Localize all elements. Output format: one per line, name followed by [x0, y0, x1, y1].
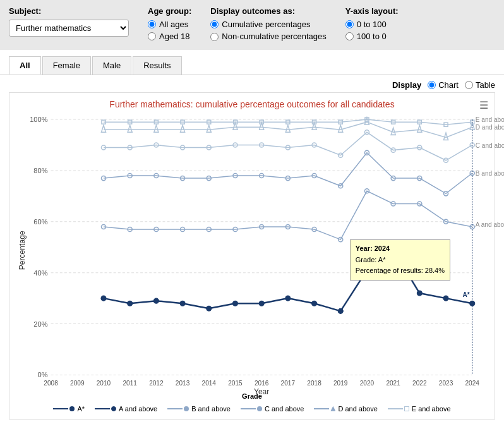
y-0-100-radio[interactable] — [345, 20, 354, 28]
chart-container: Further mathematics: cumulative percenta… — [9, 92, 495, 420]
svg-text:2024: 2024 — [465, 380, 479, 387]
y-0-100-label: 0 to 100 — [357, 20, 387, 29]
d-above-label: D and above — [476, 124, 504, 131]
a-above-legend-dot — [111, 406, 116, 411]
age-all-radio[interactable] — [148, 20, 156, 28]
svg-marker-50 — [417, 125, 422, 132]
table-radio-label: Table — [476, 80, 495, 90]
svg-text:2010: 2010 — [97, 380, 111, 387]
chart-area: Percentage 100% 80% 60% 40% 20% — [16, 113, 488, 390]
legend-b-above: B and above — [167, 405, 231, 413]
legend-e-above: E and above — [388, 405, 451, 413]
legend-d-above: D and above — [314, 405, 377, 413]
svg-marker-40 — [154, 125, 159, 132]
svg-text:2017: 2017 — [281, 380, 296, 387]
svg-text:2013: 2013 — [176, 380, 190, 387]
b-above-line — [104, 153, 472, 194]
b-above-label: B and above — [476, 170, 504, 177]
menu-icon[interactable]: ☰ — [479, 99, 488, 111]
b-above-legend-dot — [184, 406, 189, 411]
svg-point-100 — [153, 298, 159, 303]
svg-marker-49 — [391, 128, 395, 135]
chart-svg: Percentage 100% 80% 60% 40% 20% — [16, 113, 488, 388]
age-group-label: Age group: — [148, 6, 191, 16]
legend-c-above-label: C and above — [265, 405, 304, 413]
display-row: Display Chart Table — [0, 75, 504, 92]
c-above-legend-line — [241, 408, 256, 409]
legend-grade-label: Grade — [16, 392, 488, 400]
svg-point-106 — [312, 301, 317, 306]
svg-text:2016: 2016 — [255, 380, 269, 387]
legend-a-above-label: A and above — [119, 405, 157, 413]
svg-text:2021: 2021 — [386, 380, 400, 387]
a-star-legend-dot — [69, 406, 75, 411]
table-radio[interactable] — [465, 81, 473, 89]
tab-all[interactable]: All — [9, 56, 41, 75]
non-cumulative-radio[interactable] — [210, 33, 219, 41]
y-tick-100: 100% — [30, 116, 48, 123]
svg-point-109 — [391, 247, 396, 252]
svg-point-105 — [285, 296, 291, 301]
top-controls: Subject: Further mathematics Mathematics… — [0, 0, 504, 50]
subject-select[interactable]: Further mathematics Mathematics Statisti… — [9, 20, 129, 37]
chart-radio[interactable] — [428, 81, 436, 89]
svg-text:2012: 2012 — [149, 380, 164, 387]
chart-title: Further mathematics: cumulative percenta… — [16, 99, 488, 109]
svg-marker-42 — [207, 125, 211, 132]
x-label: Year — [254, 387, 269, 396]
age-18-radio[interactable] — [148, 32, 156, 40]
cumulative-radio[interactable] — [210, 20, 219, 28]
svg-text:2019: 2019 — [333, 380, 348, 387]
a-above-line — [104, 191, 472, 239]
svg-text:2015: 2015 — [228, 380, 243, 387]
age-18-label: Aged 18 — [159, 32, 189, 41]
svg-text:2014: 2014 — [202, 380, 217, 387]
svg-point-103 — [232, 301, 237, 306]
svg-text:2018: 2018 — [307, 380, 321, 387]
y-tick-20: 20% — [33, 320, 47, 328]
svg-marker-47 — [339, 125, 343, 132]
y-axis-label: Y-axis layout: — [345, 6, 399, 16]
legend: A* A and above B and above C and above — [16, 405, 488, 413]
svg-marker-51 — [443, 133, 448, 140]
a-star-inline-label: A* — [463, 291, 470, 298]
display-outcomes-group: Display outcomes as: Cumulative percenta… — [210, 6, 326, 44]
subject-group: Subject: Further mathematics Mathematics… — [9, 6, 129, 37]
a-star-dots — [101, 247, 475, 313]
e-above-legend-line — [388, 408, 403, 409]
legend-d-above-label: D and above — [338, 405, 377, 413]
svg-point-110 — [417, 291, 422, 296]
age-group: Age group: All ages Aged 18 — [148, 6, 191, 44]
svg-marker-41 — [181, 125, 185, 132]
svg-point-104 — [259, 301, 264, 306]
tab-results[interactable]: Results — [133, 56, 181, 75]
legend-a-star: A* — [53, 405, 85, 413]
e-above-label: E and above — [476, 116, 504, 123]
tabs-row: All Female Male Results — [0, 50, 504, 75]
y-100-0-radio[interactable] — [345, 32, 354, 40]
tab-female[interactable]: Female — [42, 56, 91, 75]
e-above-legend-dot — [404, 406, 409, 411]
d-above-legend-dot — [330, 406, 335, 411]
svg-marker-45 — [285, 125, 290, 132]
y-tick-80: 80% — [33, 167, 47, 174]
non-cumulative-label: Non-cumulative percentages — [222, 32, 326, 41]
y-tick-0: 0% — [37, 371, 47, 378]
legend-a-star-label: A* — [77, 405, 85, 413]
subject-label: Subject: — [9, 6, 129, 16]
svg-point-108 — [364, 268, 369, 273]
b-above-legend-line — [167, 408, 183, 409]
c-above-legend-dot — [257, 406, 262, 411]
y-tick-40: 40% — [33, 269, 47, 277]
c-above-line — [104, 132, 472, 160]
chart-radio-label: Chart — [438, 80, 459, 90]
svg-point-102 — [207, 306, 212, 311]
svg-text:2011: 2011 — [123, 380, 137, 387]
a-above-dots — [101, 189, 474, 242]
tab-male[interactable]: Male — [92, 56, 131, 75]
legend-a-above: A and above — [95, 405, 157, 413]
d-above-dots — [101, 118, 474, 140]
svg-text:2020: 2020 — [360, 380, 375, 387]
svg-text:2009: 2009 — [70, 380, 85, 387]
y-axis-group: Y-axis layout: 0 to 100 100 to 0 — [345, 6, 399, 44]
